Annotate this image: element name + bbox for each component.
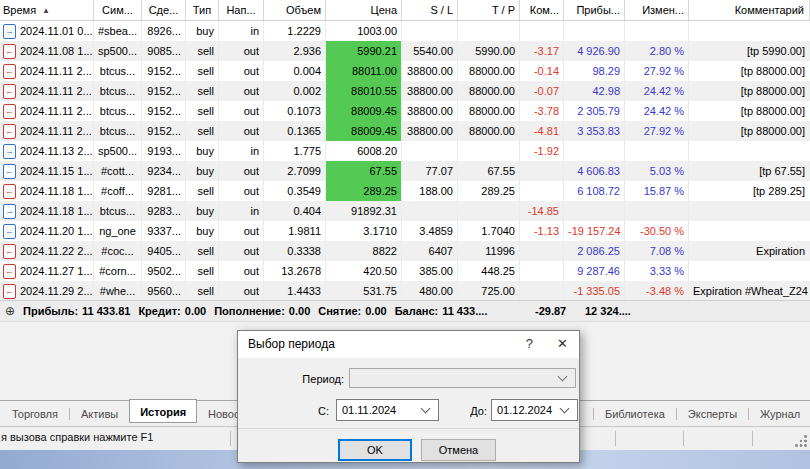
tab-experts[interactable]: Эксперты <box>688 408 737 420</box>
column-header-profit[interactable]: Прибы... <box>564 0 625 20</box>
table-row[interactable]: →2024.11.13 2...sp500...9193...buyin1.77… <box>0 141 810 161</box>
cell-sl: 38800.00 <box>402 101 458 121</box>
column-header-label: Ком... <box>530 4 559 16</box>
cell-comment: [tp 88000.00] <box>689 121 810 141</box>
column-header-type[interactable]: Тип <box>186 0 219 20</box>
cell-direction: in <box>219 201 264 221</box>
cell-symbol: btcus... <box>94 201 142 221</box>
history-table: Время▲Сим...Сде...ТипНап...ОбъемЦенаS / … <box>0 0 810 322</box>
period-select[interactable] <box>349 368 576 388</box>
cell-symbol: sp500... <box>94 41 142 61</box>
cell-direction: out <box>219 181 264 201</box>
table-row[interactable]: ←2024.11.22 2...#coc...9405...sellout0.3… <box>0 241 810 261</box>
from-date-label: С: <box>278 401 329 421</box>
cell-direction: in <box>219 21 264 41</box>
cell-change: -3.48 % <box>625 281 689 301</box>
sell-out-icon: ← <box>3 44 16 59</box>
sort-asc-icon: ▲ <box>42 6 50 15</box>
sell-out-icon: ← <box>3 244 16 259</box>
table-row[interactable]: ←2024.11.15 1...#cott...9234...buyout2.7… <box>0 161 810 181</box>
cell-symbol: #coc... <box>94 241 142 261</box>
cell-volume: 0.404 <box>264 201 326 221</box>
buy-in-icon: → <box>3 24 16 39</box>
column-header-price[interactable]: Цена <box>326 0 402 20</box>
dialog-titlebar[interactable]: Выбор периода ? ✕ <box>238 331 579 358</box>
tab-journal[interactable]: Журнал <box>760 408 800 420</box>
cell-deal: 9283... <box>142 201 186 221</box>
table-row[interactable]: ←2024.11.27 1...#corn...9502...sellout13… <box>0 261 810 281</box>
cell-comment <box>689 141 810 161</box>
cell-deal: 9281... <box>142 181 186 201</box>
cell-change <box>625 201 689 221</box>
column-header-label: Цена <box>371 4 397 16</box>
table-row[interactable]: ←2024.11.11 2...btcus...9152...sellout0.… <box>0 101 810 121</box>
cell-price: 6008.20 <box>326 141 402 161</box>
column-header-deal[interactable]: Сде... <box>142 0 186 20</box>
column-header-change[interactable]: Измен... <box>625 0 689 20</box>
column-header-volume[interactable]: Объем <box>264 0 326 20</box>
summary-label: Пополнение: <box>214 305 285 317</box>
cell-profit <box>564 141 625 161</box>
table-row[interactable]: →2024.11.01 0...#sbea...8926...buyin1.22… <box>0 21 810 41</box>
cell-change <box>625 21 689 41</box>
cell-sl: 38800.00 <box>402 121 458 141</box>
column-header-tp[interactable]: T / P <box>458 0 520 20</box>
cell-tp: 67.55 <box>458 161 520 181</box>
table-row[interactable]: ←2024.11.11 2...btcus...9152...sellout0.… <box>0 121 810 141</box>
help-button[interactable]: ? <box>526 336 533 351</box>
sell-out-icon: ← <box>3 184 16 199</box>
cell-time: ←2024.11.11 2... <box>0 121 94 141</box>
cell-deal: 9234... <box>142 161 186 181</box>
cell-tp: 11996 <box>458 241 520 261</box>
close-icon[interactable]: ✕ <box>557 336 568 351</box>
column-header-comment[interactable]: Комментарий <box>689 0 810 20</box>
cell-symbol: btcus... <box>94 81 142 101</box>
from-date-select[interactable]: 01.11.2024 <box>336 399 439 421</box>
cell-type: sell <box>186 81 219 101</box>
column-header-commission[interactable]: Ком... <box>520 0 564 20</box>
cell-price: 289.25 <box>326 181 402 201</box>
expand-icon[interactable]: ⊕ <box>5 304 15 318</box>
deal-time: 2024.11.11 2... <box>20 85 92 97</box>
cell-direction: out <box>219 121 264 141</box>
deal-time: 2024.11.11 2... <box>20 125 92 137</box>
cell-deal: 8926... <box>142 21 186 41</box>
ok-button[interactable]: OK <box>338 439 412 461</box>
cell-tp: 289.25 <box>458 181 520 201</box>
cell-type: sell <box>186 241 219 261</box>
cell-direction: out <box>219 221 264 241</box>
cell-time: →2024.11.18 1... <box>0 201 94 221</box>
deal-time: 2024.11.11 2... <box>20 65 92 77</box>
cell-sl: 480.00 <box>402 281 458 301</box>
table-row[interactable]: ←2024.11.11 2...btcus...9152...sellout0.… <box>0 81 810 101</box>
sell-out-icon: ← <box>3 284 16 299</box>
cell-tp: 1.7040 <box>458 221 520 241</box>
cell-commission <box>520 161 564 181</box>
table-row[interactable]: →2024.11.18 1...btcus...9283...buyin0.40… <box>0 201 810 221</box>
column-header-symbol[interactable]: Сим... <box>94 0 142 20</box>
to-date-select[interactable]: 01.12.2024 <box>491 399 578 421</box>
table-row[interactable]: ←2024.11.29 2...#whe...9560...sellout1.4… <box>0 281 810 301</box>
tab-assets[interactable]: Активы <box>81 408 118 420</box>
cell-direction: in <box>219 141 264 161</box>
column-header-direction[interactable]: Нап... <box>219 0 264 20</box>
cell-comment: [tp 289.25] <box>689 181 810 201</box>
cell-volume: 1.4433 <box>264 281 326 301</box>
cell-volume: 0.3549 <box>264 181 326 201</box>
cancel-button[interactable]: Отмена <box>421 439 496 461</box>
cell-tp: 88000.00 <box>458 61 520 81</box>
tab-history[interactable]: История <box>129 399 197 423</box>
tab-trading[interactable]: Торговля <box>12 408 58 420</box>
buy-out-icon: ← <box>3 224 16 239</box>
cell-commission: -14.85 <box>520 201 564 221</box>
column-header-time[interactable]: Время▲ <box>0 0 94 20</box>
table-row[interactable]: ←2024.11.20 1...ng_one9337...buyout1.981… <box>0 221 810 241</box>
resize-grip[interactable] <box>794 434 807 447</box>
table-row[interactable]: ←2024.11.08 1...sp500...9085...sellout2.… <box>0 41 810 61</box>
tab-library[interactable]: Библиотека <box>605 408 665 420</box>
table-row[interactable]: ←2024.11.11 2...btcus...9152...sellout0.… <box>0 61 810 81</box>
column-header-sl[interactable]: S / L <box>402 0 458 20</box>
table-row[interactable]: ←2024.11.18 1...#coff...9281...sellout0.… <box>0 181 810 201</box>
cell-volume: 1.2229 <box>264 21 326 41</box>
cell-direction: out <box>219 241 264 261</box>
